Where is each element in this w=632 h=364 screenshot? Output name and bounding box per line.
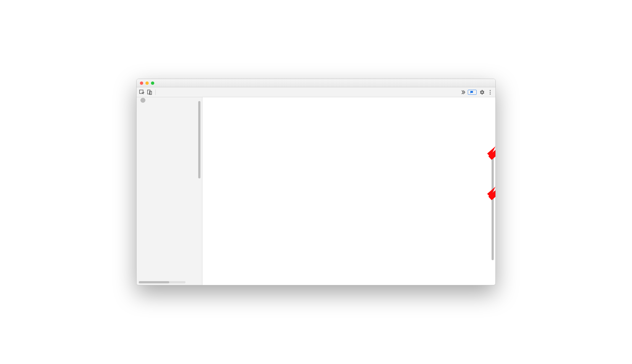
zoom-window-button[interactable]	[151, 81, 154, 85]
titlebar	[137, 79, 495, 87]
device-toggle-icon[interactable]	[147, 89, 153, 95]
main-vscroll-thumb[interactable]	[492, 155, 494, 260]
svg-point-3	[490, 90, 491, 91]
more-tabs-icon[interactable]	[460, 89, 466, 95]
sidebar-section-frames	[137, 111, 202, 115]
issues-button[interactable]	[468, 90, 477, 95]
svg-point-4	[490, 92, 491, 93]
close-window-button[interactable]	[140, 81, 143, 85]
cookie-icon	[140, 98, 145, 103]
main-panel	[202, 97, 495, 285]
minimize-window-button[interactable]	[145, 81, 149, 85]
traffic-lights	[137, 81, 154, 85]
devtools-window	[136, 79, 496, 285]
settings-icon[interactable]	[479, 89, 485, 95]
inspect-icon[interactable]	[139, 89, 145, 95]
divider	[155, 89, 156, 95]
panel-tabs	[158, 87, 458, 97]
kebab-menu-icon[interactable]	[487, 89, 493, 95]
toolbar	[137, 87, 495, 97]
sidebar-section-background	[137, 107, 202, 111]
sidebar-section-cache	[137, 103, 202, 107]
sidebar	[137, 97, 202, 285]
sidebar-hscroll[interactable]	[139, 281, 186, 283]
sidebar-vscroll[interactable]	[198, 101, 200, 178]
main-vscroll-track[interactable]	[492, 100, 494, 282]
svg-point-5	[490, 93, 491, 94]
